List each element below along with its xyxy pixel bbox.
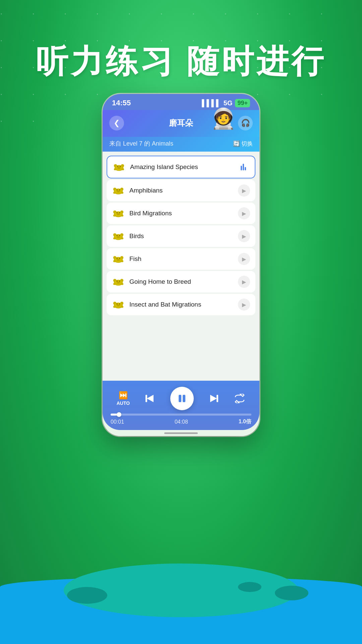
svg-point-8 bbox=[114, 168, 117, 170]
progress-labels: 00:01 04:08 1.0倍 bbox=[111, 418, 251, 425]
track-item-4[interactable]: Birds ▶ bbox=[107, 225, 255, 247]
island-decoration bbox=[0, 537, 362, 644]
signal-bars-icon: ▌▌▌▌ bbox=[202, 99, 221, 107]
track-play-btn-5[interactable]: ▶ bbox=[238, 253, 250, 265]
svg-point-53 bbox=[113, 283, 116, 285]
total-time: 04:08 bbox=[175, 419, 188, 425]
svg-point-35 bbox=[113, 237, 116, 239]
home-bar bbox=[164, 432, 198, 434]
track-name-2: Amphibians bbox=[129, 187, 233, 194]
svg-point-33 bbox=[117, 236, 120, 238]
svg-point-26 bbox=[113, 215, 116, 217]
svg-point-16 bbox=[121, 192, 124, 194]
next-button[interactable] bbox=[208, 393, 220, 404]
svg-point-50 bbox=[119, 280, 120, 282]
skip-prev-icon bbox=[144, 393, 156, 404]
play-icon-5: ▶ bbox=[242, 256, 246, 262]
track-name-3: Bird Migrations bbox=[129, 210, 233, 217]
svg-point-40 bbox=[116, 258, 118, 259]
svg-point-6 bbox=[117, 167, 121, 169]
track-item-1[interactable]: Amazing Island Species bbox=[107, 156, 255, 178]
eq-bar-3 bbox=[245, 167, 246, 170]
header-center: 磨耳朵 bbox=[169, 118, 193, 128]
svg-rect-65 bbox=[179, 395, 181, 402]
prev-button[interactable] bbox=[144, 393, 156, 404]
track-item-2[interactable]: Amphibians ▶ bbox=[107, 180, 255, 201]
back-button[interactable]: ❮ bbox=[109, 116, 124, 130]
track-item-3[interactable]: Bird Migrations ▶ bbox=[107, 203, 255, 224]
svg-point-32 bbox=[119, 235, 120, 236]
eq-bar-2 bbox=[243, 164, 244, 170]
back-icon: ❮ bbox=[114, 119, 120, 127]
network-label: 5G bbox=[224, 99, 233, 107]
svg-point-42 bbox=[117, 259, 120, 261]
svg-point-22 bbox=[116, 212, 118, 213]
phone-screen: 14:55 ▌▌▌▌ 5G 99+ ❮ 磨耳朵 🧑‍🚀 🎧 来自 Level 7… bbox=[103, 94, 259, 436]
track-play-btn-2[interactable]: ▶ bbox=[238, 184, 250, 197]
svg-point-41 bbox=[119, 258, 120, 259]
svg-point-58 bbox=[116, 303, 118, 305]
bear-icon-7 bbox=[112, 300, 125, 310]
home-indicator bbox=[103, 430, 259, 436]
svg-rect-64 bbox=[145, 395, 147, 402]
progress-thumb bbox=[117, 412, 121, 417]
bear-icon-1 bbox=[113, 162, 125, 172]
progress-bar[interactable] bbox=[111, 414, 251, 416]
svg-point-49 bbox=[116, 280, 118, 282]
svg-rect-68 bbox=[217, 395, 218, 402]
play-pause-button[interactable] bbox=[170, 387, 194, 410]
track-play-btn-4[interactable]: ▶ bbox=[238, 230, 250, 242]
loop-icon bbox=[234, 394, 245, 403]
battery-badge: 99+ bbox=[235, 99, 250, 107]
subtitle-text: 来自 Level 7 的 Animals bbox=[109, 140, 173, 148]
track-name-5: Fish bbox=[129, 255, 233, 263]
track-name-7: Insect and Bat Migrations bbox=[129, 301, 233, 308]
track-name-6: Going Home to Breed bbox=[129, 278, 233, 285]
svg-point-61 bbox=[121, 306, 124, 308]
astronaut-decoration: 🧑‍🚀 bbox=[211, 107, 236, 130]
controls-row: ⏭️ AUTO bbox=[109, 387, 253, 410]
phone-mockup: 14:55 ▌▌▌▌ 5G 99+ ❮ 磨耳朵 🧑‍🚀 🎧 来自 Level 7… bbox=[103, 94, 259, 436]
svg-marker-67 bbox=[210, 395, 217, 402]
page-title: 听力练习 随时进行 bbox=[0, 40, 362, 84]
track-item-6[interactable]: Going Home to Breed ▶ bbox=[107, 271, 255, 292]
bear-icon-6 bbox=[112, 277, 125, 287]
track-play-btn-7[interactable]: ▶ bbox=[238, 299, 250, 311]
pause-icon bbox=[177, 393, 187, 404]
svg-point-24 bbox=[117, 213, 120, 215]
svg-point-4 bbox=[117, 166, 118, 167]
play-icon-2: ▶ bbox=[242, 187, 246, 194]
track-item-7[interactable]: Insect and Bat Migrations ▶ bbox=[107, 294, 255, 315]
loop-button[interactable] bbox=[234, 394, 245, 403]
sub-header: 来自 Level 7 的 Animals 🔄 切换 bbox=[103, 137, 259, 152]
svg-point-17 bbox=[113, 192, 116, 194]
track-list: Amazing Island Species bbox=[103, 152, 259, 381]
svg-point-34 bbox=[121, 237, 124, 239]
switch-button[interactable]: 🔄 切换 bbox=[233, 140, 253, 148]
speed-label[interactable]: 1.0倍 bbox=[239, 418, 251, 425]
earphone-button[interactable]: 🎧 bbox=[238, 116, 253, 130]
bear-icon-3 bbox=[112, 208, 125, 218]
svg-point-31 bbox=[116, 235, 118, 236]
current-time: 00:01 bbox=[111, 419, 124, 425]
svg-point-15 bbox=[117, 191, 120, 193]
track-play-btn-6[interactable]: ▶ bbox=[238, 276, 250, 288]
svg-point-25 bbox=[121, 215, 124, 217]
track-item-5[interactable]: Fish ▶ bbox=[107, 248, 255, 270]
app-header: ❮ 磨耳朵 🧑‍🚀 🎧 bbox=[103, 110, 259, 137]
track-playing-indicator bbox=[237, 161, 249, 173]
play-icon-4: ▶ bbox=[242, 233, 246, 239]
track-name-4: Birds bbox=[129, 232, 233, 240]
player-controls: ⏭️ AUTO bbox=[103, 381, 259, 430]
auto-button[interactable]: ⏭️ AUTO bbox=[117, 391, 130, 406]
play-icon-6: ▶ bbox=[242, 279, 246, 285]
play-icon-3: ▶ bbox=[242, 210, 246, 217]
track-play-btn-3[interactable]: ▶ bbox=[238, 207, 250, 219]
auto-label: AUTO bbox=[117, 400, 130, 406]
progress-area: 00:01 04:08 1.0倍 bbox=[109, 414, 253, 425]
svg-point-52 bbox=[121, 283, 124, 285]
svg-point-5 bbox=[120, 166, 121, 167]
svg-point-44 bbox=[113, 260, 116, 262]
play-icon-7: ▶ bbox=[242, 302, 246, 308]
skip-next-icon bbox=[208, 393, 220, 404]
